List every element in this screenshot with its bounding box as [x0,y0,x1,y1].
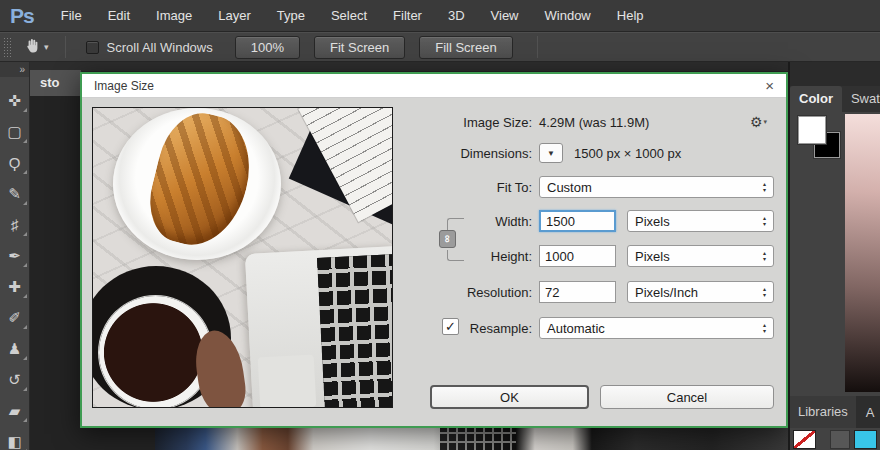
height-label: Height: [392,249,532,264]
no-color-swatch[interactable] [793,430,816,449]
tab-libraries[interactable]: Libraries [790,396,856,428]
crop-tool[interactable]: ♯ [2,211,28,238]
clone-stamp-tool[interactable]: ♟ [2,335,28,362]
gradient-tool-icon: ◧ [7,434,21,449]
stepper-icon: ▴▾ [763,182,766,193]
brush-tool-icon: ✐ [8,310,21,325]
options-grip[interactable] [3,37,11,57]
separator [65,36,66,58]
menu-file[interactable]: File [48,8,95,23]
brush-tool[interactable]: ✐ [2,304,28,331]
eyedropper-tool-icon: ✒ [8,248,21,263]
menu-help[interactable]: Help [604,8,657,23]
foreground-background-swatches [798,116,844,162]
fit-screen-button[interactable]: Fit Screen [314,36,405,59]
gray-swatch[interactable] [830,430,850,449]
menu-edit[interactable]: Edit [95,8,143,23]
quick-selection-tool-icon: ✎ [8,186,21,201]
document-tab[interactable]: sto [30,70,82,96]
fit-to-select[interactable]: Custom ▴▾ [539,176,774,198]
fit-to-label: Fit To: [392,180,532,195]
stepper-icon: ▴▾ [763,287,766,298]
image-size-value: 4.29M (was 11.9M) [539,115,649,130]
marquee-tool[interactable]: ▢ [2,118,28,145]
stepper-icon: ▴▾ [763,216,766,227]
menu-type[interactable]: Type [264,8,318,23]
dimensions-dropdown-button[interactable]: ▼ [539,143,563,163]
photoshop-logo: Ps [0,4,48,28]
tools-collapse-button[interactable]: » [0,62,29,77]
tab-color[interactable]: Color [790,86,842,112]
close-icon[interactable]: × [765,78,774,93]
trackpad-shape [258,355,317,408]
menu-view[interactable]: View [478,8,532,23]
eraser-tool[interactable]: ▰ [2,397,28,424]
crop-tool-icon: ♯ [11,217,19,232]
fit-to-value: Custom [547,180,763,195]
coffee-cup-shape [99,296,212,408]
menu-3d[interactable]: 3D [435,8,478,23]
resample-label: Resample: [392,321,532,336]
eraser-tool-icon: ▰ [9,403,21,418]
height-input[interactable] [539,245,616,267]
separator [537,36,538,58]
menu-select[interactable]: Select [318,8,380,23]
tools-panel: » ✜ ▢ Ϙ ✎ ♯ ✒ [0,62,30,450]
move-tool[interactable]: ✜ [2,87,28,114]
menu-bar: Ps FileEditImageLayerTypeSelectFilter3DV… [0,0,880,32]
color-gradient-field[interactable] [845,114,880,392]
height-unit-select[interactable]: Pixels ▴▾ [627,245,774,267]
resolution-label: Resolution: [392,285,532,300]
fill-screen-button[interactable]: Fill Screen [419,36,512,59]
width-unit-select[interactable]: Pixels ▴▾ [627,210,774,232]
scroll-all-windows-label: Scroll All Windows [107,40,213,55]
dialog-title-bar[interactable]: Image Size × [82,74,786,98]
preview-image [92,107,393,408]
color-panel-tabs: Color Swat [790,86,880,112]
lasso-tool[interactable]: Ϙ [2,149,28,176]
swatch-row [790,428,880,450]
menu-filter[interactable]: Filter [380,8,435,23]
image-size-label: Image Size: [392,115,532,130]
menu-window[interactable]: Window [532,8,604,23]
history-brush-tool[interactable]: ↺ [2,366,28,393]
image-size-dialog: Image Size × Image Size: 4.29M (was 11.9… [80,72,788,428]
keyboard-shape [317,254,393,408]
tab-swatches[interactable]: Swat [842,86,880,112]
hand-icon [23,37,41,58]
spot-healing-tool[interactable]: ✚ [2,273,28,300]
dimensions-value: 1500 px × 1000 px [574,146,681,161]
options-buttons: 100%Fit ScreenFill Screen [235,36,527,59]
history-brush-tool-icon: ↺ [8,372,21,387]
foreground-color-swatch[interactable] [798,116,826,144]
gear-icon[interactable]: ⚙ [750,114,767,130]
resample-select[interactable]: Automatic ▴▾ [539,317,774,339]
menu-image[interactable]: Image [143,8,205,23]
clone-stamp-tool-icon: ♟ [8,341,21,356]
hand-dropdown-caret-icon[interactable]: ▾ [44,42,49,52]
cyan-swatch[interactable] [854,430,877,449]
quick-selection-tool[interactable]: ✎ [2,180,28,207]
cancel-button[interactable]: Cancel [600,385,774,409]
gradient-tool[interactable]: ◧ [2,428,28,450]
move-tool-icon: ✜ [8,93,21,108]
spot-healing-tool-icon: ✚ [8,279,21,294]
zoom-100-button[interactable]: 100% [235,36,300,59]
panel-header-strip [790,62,880,86]
stepper-icon: ▴▾ [763,323,766,334]
width-input[interactable] [539,210,616,232]
menu-layer[interactable]: Layer [205,8,264,23]
hand-tool-option[interactable]: ▾ [17,37,55,58]
resolution-unit-value: Pixels/Inch [635,285,763,300]
scroll-all-windows-checkbox[interactable] [86,41,99,54]
ok-button[interactable]: OK [430,385,589,409]
link-dimensions-icon[interactable]: ∞ [439,230,456,248]
width-unit-value: Pixels [635,214,763,229]
tab-adjustments[interactable]: A [856,405,875,420]
resolution-unit-select[interactable]: Pixels/Inch ▴▾ [627,281,774,303]
resolution-input[interactable] [539,281,616,303]
photo-keyboard-detail [440,428,516,450]
stepper-icon: ▴▾ [763,251,766,262]
marquee-tool-icon: ▢ [7,124,21,139]
eyedropper-tool[interactable]: ✒ [2,242,28,269]
